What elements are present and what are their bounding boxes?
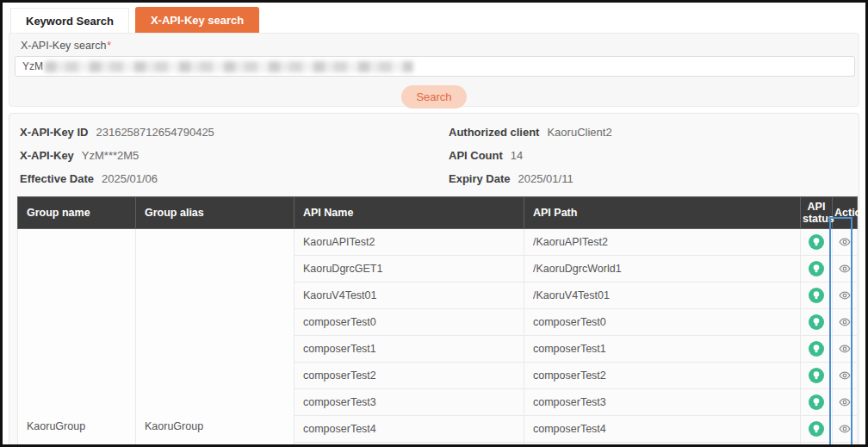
action-cell[interactable] <box>833 416 858 443</box>
api-status-enabled-icon <box>809 288 824 303</box>
view-eye-icon[interactable] <box>839 263 851 275</box>
detail-value: YzM***2M5 <box>82 149 139 162</box>
api-table: Group name Group alias API Name API Path… <box>17 196 858 447</box>
col-action: Action <box>833 197 858 229</box>
detail-expiry-date: Expiry Date 2025/01/11 <box>449 167 859 190</box>
x-api-key-input[interactable]: YzM <box>15 56 855 77</box>
api-path-cell: composerTest0 <box>524 309 801 336</box>
view-eye-icon[interactable] <box>839 289 851 301</box>
api-status-cell <box>801 416 833 443</box>
api-status-cell <box>801 363 833 389</box>
action-cell[interactable] <box>833 363 858 389</box>
col-group-name: Group name <box>18 197 136 229</box>
col-group-alias: Group alias <box>136 197 294 229</box>
view-eye-icon[interactable] <box>839 343 851 355</box>
detail-effective-date: Effective Date 2025/01/06 <box>20 167 449 190</box>
x-api-key-input-value: YzM <box>22 60 43 72</box>
api-name-cell: composerTest5 <box>294 443 524 447</box>
api-status-cell <box>801 389 833 416</box>
search-button[interactable]: Search <box>401 85 466 109</box>
view-eye-icon[interactable] <box>839 316 851 328</box>
api-path-cell: /KaoruDgrcWorld1 <box>524 256 801 282</box>
action-cell[interactable] <box>833 282 858 309</box>
view-eye-icon[interactable] <box>839 396 851 408</box>
detail-authorized-client: Authorized client KaoruClient2 <box>449 121 859 144</box>
api-name-cell: KaoruV4Test01 <box>294 282 524 309</box>
action-cell[interactable] <box>833 309 858 336</box>
detail-value: 2025/01/06 <box>102 172 158 185</box>
detail-api-count: API Count 14 <box>449 144 859 167</box>
table-row: KaoruGroupKaoruGroupKaoruAPITest2/KaoruA… <box>18 229 858 256</box>
api-path-cell: composerTest4 <box>524 416 801 443</box>
tab-x-api-key-search[interactable]: X-API-Key search <box>135 7 259 34</box>
api-name-cell: composerTest1 <box>294 336 524 363</box>
detail-label: Expiry Date <box>449 172 511 185</box>
api-name-cell: composerTest3 <box>294 389 524 416</box>
detail-value: 14 <box>511 149 523 162</box>
key-details: X-API-Key ID 2316258712654790425 X-API-K… <box>9 121 859 190</box>
api-status-cell <box>801 256 833 282</box>
api-path-cell: /KaoruV4Test01 <box>524 282 801 309</box>
api-status-cell <box>801 336 833 363</box>
api-name-cell: KaoruAPITest2 <box>294 229 524 256</box>
api-status-enabled-icon <box>809 421 824 437</box>
api-name-cell: composerTest2 <box>294 363 524 389</box>
details-right-column: Authorized client KaoruClient2 API Count… <box>449 121 859 190</box>
detail-label: API Count <box>449 149 503 162</box>
action-cell[interactable] <box>833 389 858 416</box>
api-path-cell: composerTest1 <box>524 336 801 363</box>
details-left-column: X-API-Key ID 2316258712654790425 X-API-K… <box>20 121 449 190</box>
api-status-cell <box>801 229 833 256</box>
api-status-enabled-icon <box>809 234 824 250</box>
tab-keyword-search[interactable]: Keyword Search <box>10 8 129 34</box>
col-api-name: API Name <box>294 197 524 229</box>
group-name-cell: KaoruGroup <box>18 229 136 447</box>
view-eye-icon[interactable] <box>839 369 851 382</box>
detail-label: Effective Date <box>20 172 94 185</box>
col-api-status: API status <box>801 197 833 229</box>
x-api-key-search-panel: X-API-Key search* YzM Search <box>9 33 859 107</box>
api-name-cell: KaoruDgrcGET1 <box>294 256 524 282</box>
redacted-key-blur <box>45 61 413 72</box>
action-cell[interactable] <box>833 256 858 282</box>
api-path-cell: /KaoruAPITest2 <box>524 229 801 256</box>
api-status-cell <box>801 282 833 309</box>
detail-x-api-key: X-API-Key YzM***2M5 <box>20 144 449 167</box>
action-cell[interactable] <box>833 336 858 363</box>
api-path-cell: composerTest2 <box>524 363 801 389</box>
group-alias-cell: KaoruGroup <box>136 229 294 447</box>
api-status-enabled-icon <box>809 314 824 330</box>
detail-value: 2316258712654790425 <box>96 126 214 139</box>
api-path-cell: composerTest3 <box>524 389 801 416</box>
api-status-cell <box>801 443 833 447</box>
detail-label: Authorized client <box>449 126 539 139</box>
field-label-text: X-API-Key search <box>21 40 106 52</box>
api-status-enabled-icon <box>809 368 824 383</box>
app-window: Keyword Search X-API-Key search X-API-Ke… <box>0 0 868 447</box>
required-asterisk: * <box>107 40 111 52</box>
action-cell[interactable] <box>833 229 858 256</box>
api-status-enabled-icon <box>809 394 824 410</box>
detail-label: X-API-Key <box>20 149 74 162</box>
view-eye-icon[interactable] <box>839 236 851 248</box>
detail-value: 2025/01/11 <box>518 172 574 185</box>
api-status-enabled-icon <box>809 261 824 276</box>
detail-label: X-API-Key ID <box>20 126 88 139</box>
api-status-cell <box>801 309 833 336</box>
x-api-key-search-label: X-API-Key search* <box>15 40 853 52</box>
api-name-cell: composerTest0 <box>294 309 524 336</box>
result-card: X-API-Key ID 2316258712654790425 X-API-K… <box>9 113 859 447</box>
api-status-enabled-icon <box>809 341 824 357</box>
search-tabbar: Keyword Search X-API-Key search <box>10 7 259 34</box>
detail-value: KaoruClient2 <box>547 126 611 139</box>
api-name-cell: composerTest4 <box>294 416 524 443</box>
api-path-cell: composerTest5 <box>524 443 801 447</box>
detail-x-api-key-id: X-API-Key ID 2316258712654790425 <box>20 121 449 144</box>
action-cell[interactable] <box>833 443 858 447</box>
table-header-row: Group name Group alias API Name API Path… <box>18 197 858 229</box>
view-eye-icon[interactable] <box>839 423 851 435</box>
col-api-path: API Path <box>524 197 801 229</box>
